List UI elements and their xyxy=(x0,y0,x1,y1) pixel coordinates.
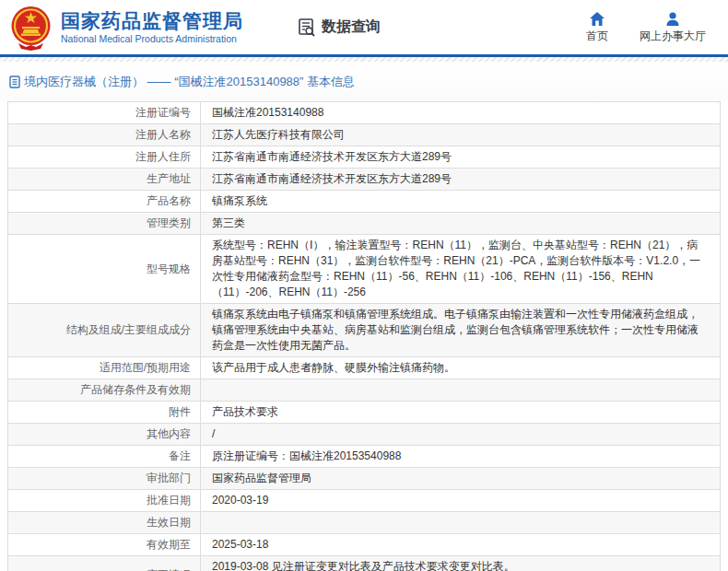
row-label: 其他内容 xyxy=(147,427,191,440)
row-label: 产品名称 xyxy=(147,194,191,207)
row-value-cell: 产品技术要求 xyxy=(201,402,721,424)
row-value-cell: 原注册证编号：国械注准20153540988 xyxy=(201,446,721,468)
row-value: 系统型号：REHN（Ⅰ），输注装置型号：REHN（11），监测台、中央基站型号：… xyxy=(212,239,700,298)
row-value: 2020-03-19 xyxy=(212,494,268,507)
row-value: 2025-03-18 xyxy=(212,538,268,551)
row-label-cell: 生产地址 xyxy=(8,169,201,191)
table-row: 备注原注册证编号：国械注准20153540988 xyxy=(8,446,721,468)
data-query-section: 数据查询 xyxy=(297,17,381,38)
row-label-cell: 附件 xyxy=(8,402,201,424)
row-label: 批准日期 xyxy=(147,494,191,507)
row-label: 注册人住所 xyxy=(135,150,191,163)
row-value-cell: 2025-03-18 xyxy=(201,534,721,556)
row-label-cell: 变更情况 xyxy=(8,556,201,571)
row-label-cell: 产品储存条件及有效期 xyxy=(8,379,201,402)
table-row: 批准日期2020-03-19 xyxy=(8,490,721,512)
table-row: 产品名称镇痛泵系统 xyxy=(8,191,721,213)
row-label-cell: 注册人名称 xyxy=(8,124,201,146)
row-value-cell: 该产品用于成人患者静脉、硬膜外输注镇痛药物。 xyxy=(201,357,721,379)
agency-name-en: National Medical Products Administration xyxy=(61,32,243,45)
row-label: 审批部门 xyxy=(147,472,191,484)
row-value-cell: 镇痛泵系统由电子镇痛泵和镇痛管理系统组成。电子镇痛泵由输注装置和一次性专用储液药… xyxy=(201,304,721,357)
row-label: 管理类别 xyxy=(147,216,191,229)
row-value-cell: 国械注准20153140988 xyxy=(201,102,721,124)
row-label-cell: 结构及组成/主要组成成分 xyxy=(8,304,201,357)
table-row: 注册证编号国械注准20153140988 xyxy=(8,102,721,124)
table-row: 其他内容/ xyxy=(8,424,721,446)
row-label-cell: 批准日期 xyxy=(8,490,201,512)
table-row: 附件产品技术要求 xyxy=(8,402,721,424)
row-label-cell: 有效期至 xyxy=(8,534,201,556)
row-label: 有效期至 xyxy=(147,538,191,551)
row-value-cell: 江苏省南通市南通经济技术开发区东方大道289号 xyxy=(201,169,721,191)
table-row: 注册人名称江苏人先医疗科技有限公司 xyxy=(8,124,721,146)
nav-label: 首页 xyxy=(586,29,608,44)
row-label: 结构及组成/主要组成成分 xyxy=(66,323,191,336)
info-table-body: 注册证编号国械注准20153140988注册人名称江苏人先医疗科技有限公司注册人… xyxy=(8,102,721,571)
row-label-cell: 注册人住所 xyxy=(8,146,201,169)
row-label-cell: 型号规格 xyxy=(8,235,201,304)
breadcrumb-text: 境内医疗器械（注册） —— “国械注准20153140988” 基本信息 xyxy=(24,74,355,90)
row-value: 江苏省南通市南通经济技术开发区东方大道289号 xyxy=(212,150,452,163)
row-value: 镇痛泵系统由电子镇痛泵和镇痛管理系统组成。电子镇痛泵由输注装置和一次性专用储液药… xyxy=(212,308,699,352)
row-label: 生产地址 xyxy=(147,172,191,185)
nav-label: 网上办事大厅 xyxy=(640,29,706,44)
row-label-cell: 适用范围/预期用途 xyxy=(8,357,201,379)
row-label-cell: 审批部门 xyxy=(8,468,201,490)
table-row: 型号规格系统型号：REHN（Ⅰ），输注装置型号：REHN（11），监测台、中央基… xyxy=(8,235,721,304)
section-title: 数据查询 xyxy=(322,17,381,37)
user-icon xyxy=(664,11,681,27)
row-value: 2019-03-08 见注册证变更对比表及产品技术要求变更对比表。 2022-0… xyxy=(212,560,515,571)
row-value: 原注册证编号：国械注准20153540988 xyxy=(212,449,401,462)
row-value-cell: 第三类 xyxy=(201,213,721,235)
row-value: 江苏人先医疗科技有限公司 xyxy=(212,128,345,141)
breadcrumb-bar: 境内医疗器械（注册） —— “国械注准20153140988” 基本信息 xyxy=(0,62,728,101)
row-label-cell: 产品名称 xyxy=(8,191,201,213)
table-row: 管理类别第三类 xyxy=(8,213,721,235)
row-label-cell: 注册证编号 xyxy=(8,102,201,124)
row-label-cell: 生效日期 xyxy=(8,512,201,534)
nav-item-home[interactable]: 首页 xyxy=(586,11,608,44)
row-value-cell: 江苏省南通市南通经济技术开发区东方大道289号 xyxy=(201,146,721,169)
document-search-icon xyxy=(297,17,317,38)
table-row: 生产地址江苏省南通市南通经济技术开发区东方大道289号 xyxy=(8,169,721,191)
row-label: 生效日期 xyxy=(147,516,191,529)
home-icon xyxy=(589,11,605,27)
row-label: 备注 xyxy=(169,449,191,462)
site-header: 国家药品监督管理局 National Medical Products Admi… xyxy=(0,0,728,57)
table-row: 有效期至2025-03-18 xyxy=(8,534,721,556)
row-value: 江苏省南通市南通经济技术开发区东方大道289号 xyxy=(212,172,452,185)
row-label-cell: 备注 xyxy=(8,446,201,468)
row-label: 附件 xyxy=(169,405,191,418)
table-row: 适用范围/预期用途该产品用于成人患者静脉、硬膜外输注镇痛药物。 xyxy=(8,357,721,379)
row-label: 注册人名称 xyxy=(135,128,191,141)
breadcrumb: 境内医疗器械（注册） —— “国械注准20153140988” 基本信息 xyxy=(9,74,355,90)
table-row: 产品储存条件及有效期 xyxy=(8,379,721,402)
table-row: 结构及组成/主要组成成分镇痛泵系统由电子镇痛泵和镇痛管理系统组成。电子镇痛泵由输… xyxy=(8,304,721,357)
row-value: 产品技术要求 xyxy=(212,405,278,418)
row-value: 镇痛泵系统 xyxy=(212,194,267,207)
row-value-cell: 江苏人先医疗科技有限公司 xyxy=(201,124,721,146)
row-value-cell: 镇痛泵系统 xyxy=(201,191,721,213)
row-value-cell: / xyxy=(201,424,721,446)
registration-info-table: 注册证编号国械注准20153140988注册人名称江苏人先医疗科技有限公司注册人… xyxy=(7,101,721,571)
row-value: 国械注准20153140988 xyxy=(212,106,323,119)
agency-title-block: 国家药品监督管理局 National Medical Products Admi… xyxy=(61,10,243,45)
row-value: 国家药品监督管理局 xyxy=(212,472,311,484)
row-label: 适用范围/预期用途 xyxy=(100,361,191,374)
table-row: 审批部门国家药品监督管理局 xyxy=(8,468,721,490)
row-value: 该产品用于成人患者静脉、硬膜外输注镇痛药物。 xyxy=(212,361,455,374)
row-value: 第三类 xyxy=(212,216,245,229)
row-label: 注册证编号 xyxy=(135,106,191,119)
row-label-cell: 管理类别 xyxy=(8,213,201,235)
nav-item-service-hall[interactable]: 网上办事大厅 xyxy=(640,11,706,44)
row-value-cell: 2020-03-19 xyxy=(201,490,721,512)
row-label: 变更情况 xyxy=(147,568,191,571)
row-value-cell: 2019-03-08 见注册证变更对比表及产品技术要求变更对比表。 2022-0… xyxy=(201,556,721,571)
row-label: 产品储存条件及有效期 xyxy=(80,383,191,396)
row-value-cell: 系统型号：REHN（Ⅰ），输注装置型号：REHN（11），监测台、中央基站型号：… xyxy=(201,235,721,304)
agency-name: 国家药品监督管理局 xyxy=(61,10,243,32)
row-value-cell xyxy=(201,379,721,402)
row-value-cell: 国家药品监督管理局 xyxy=(201,468,721,490)
table-row: 生效日期 xyxy=(8,512,721,534)
